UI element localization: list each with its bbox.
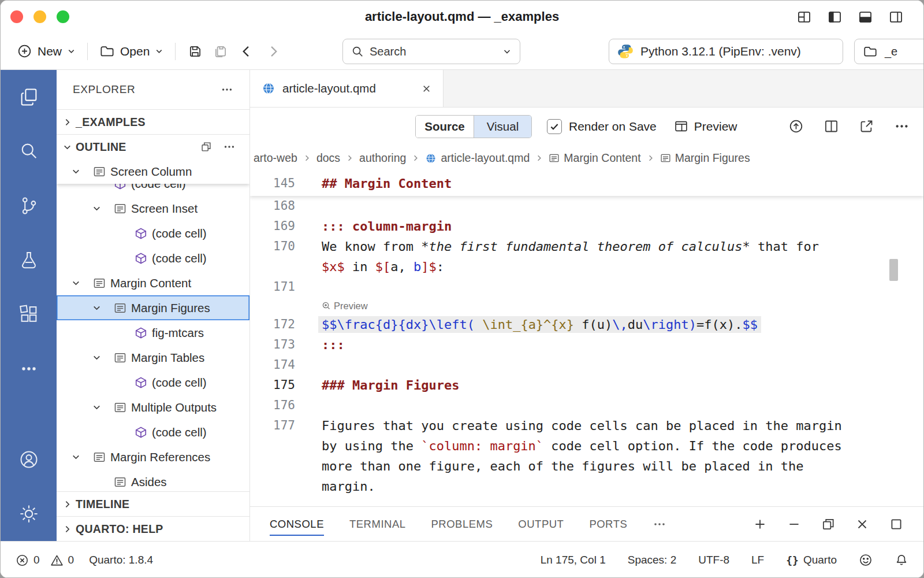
chevron-down-icon[interactable] (71, 452, 88, 462)
preview-codelens[interactable]: Preview (250, 297, 898, 314)
section-timeline[interactable]: TIMELINE (57, 491, 249, 516)
code-line[interactable]: 171 (250, 277, 898, 297)
panel-tab-output[interactable]: OUTPUT (518, 507, 564, 541)
panel-tab-console[interactable]: CONSOLE (270, 507, 324, 541)
customize-layout-icon[interactable] (796, 9, 812, 25)
testing-flask-icon[interactable] (1, 233, 57, 287)
render-circle-up-icon[interactable] (788, 118, 804, 134)
settings-gear-icon[interactable] (1, 487, 57, 541)
code-editor[interactable]: 145 ## Margin Content 168 169 ::: column… (250, 171, 923, 506)
toggle-right-sidebar-icon[interactable] (888, 9, 904, 25)
code-line[interactable]: 174 (250, 355, 898, 375)
outline-item-code-cell[interactable]: (code cell) (57, 420, 249, 444)
code-line[interactable]: 177 Figures that you create using code c… (250, 416, 898, 497)
code-line-current[interactable]: 175 ### Margin Figures (250, 375, 898, 395)
open-button[interactable]: Open (95, 41, 168, 61)
panel-tab-problems[interactable]: PROBLEMS (431, 507, 493, 541)
account-icon[interactable] (1, 432, 57, 487)
source-control-icon[interactable] (1, 179, 57, 233)
outline-item-multiple-outputs[interactable]: Multiple Outputs (57, 395, 249, 420)
section-quarto-help[interactable]: QUARTO: HELP (57, 516, 249, 541)
code-line[interactable]: 176 (250, 395, 898, 416)
preview-button[interactable]: Preview (674, 119, 737, 134)
search-icon[interactable] (1, 124, 57, 179)
outline-item-margin-figures[interactable]: Margin Figures (57, 295, 249, 320)
breadcrumb-item[interactable]: arto-web (254, 151, 297, 165)
panel-tab-terminal[interactable]: TERMINAL (349, 507, 406, 541)
outline-more-icon[interactable] (223, 140, 236, 153)
panel-tab-ports[interactable]: PORTS (589, 507, 627, 541)
forward-icon[interactable] (260, 41, 286, 62)
outline-item-code-cell[interactable]: (code cell) (57, 221, 249, 246)
mode-source-button[interactable]: Source (416, 116, 474, 138)
render-on-save-checkbox[interactable] (547, 119, 562, 134)
workspace-selector[interactable]: _e (854, 39, 924, 64)
close-tab-icon[interactable] (422, 84, 431, 94)
explorer-icon[interactable] (1, 70, 57, 124)
breadcrumb-item-file[interactable]: article-layout.qmd (425, 151, 530, 165)
breadcrumb-item[interactable]: docs (316, 151, 340, 165)
code-line[interactable]: 169 ::: column-margin (250, 216, 898, 236)
chevron-down-icon[interactable] (92, 353, 109, 362)
language-mode-status[interactable]: {} Quarto (786, 554, 837, 566)
restore-panel-icon[interactable] (821, 517, 836, 532)
explorer-more-icon[interactable] (221, 83, 233, 96)
breadcrumb-item[interactable]: authoring (359, 151, 406, 165)
outline-item-fig-mtcars[interactable]: fig-mtcars (57, 320, 249, 345)
chevron-down-icon[interactable] (92, 203, 109, 213)
extensions-icon[interactable] (1, 287, 57, 342)
chevron-down-icon[interactable] (502, 47, 512, 56)
new-console-plus-icon[interactable] (752, 517, 767, 532)
outline-item-asides[interactable]: Asides (57, 469, 249, 491)
close-panel-icon[interactable] (855, 517, 870, 532)
toggle-left-sidebar-icon[interactable] (827, 9, 843, 25)
outline-item-margin-references[interactable]: Margin References (57, 444, 249, 469)
section-examples[interactable]: _EXAMPLES (57, 109, 249, 134)
minimize-window-button[interactable] (33, 10, 46, 23)
code-line[interactable]: 173 ::: (250, 335, 898, 355)
eol-status[interactable]: LF (751, 554, 764, 566)
notifications-bell-icon[interactable] (895, 553, 908, 567)
interpreter-selector[interactable]: Python 3.12.1 (PipEnv: .venv) (609, 39, 843, 64)
more-actions-icon[interactable] (1, 342, 57, 396)
outline-item-code-cell[interactable]: (code cell) (57, 246, 249, 271)
code-line[interactable]: 170 We know from *the first fundamental … (250, 236, 898, 277)
feedback-smiley-icon[interactable] (859, 553, 873, 567)
zoom-window-button[interactable] (57, 10, 69, 23)
split-editor-icon[interactable] (824, 118, 839, 134)
save-icon[interactable] (182, 42, 208, 61)
breadcrumb-item-symbol[interactable]: Margin Figures (660, 151, 750, 165)
maximize-panel-icon[interactable] (889, 517, 904, 532)
open-in-new-window-icon[interactable] (859, 118, 874, 134)
code-line[interactable]: 168 (250, 196, 898, 216)
editor-more-icon[interactable] (894, 118, 910, 134)
close-window-button[interactable] (10, 10, 23, 23)
chevron-down-icon[interactable] (71, 278, 88, 288)
section-outline[interactable]: OUTLINE (57, 134, 249, 159)
save-all-icon[interactable] (208, 42, 233, 61)
minimize-panel-icon[interactable] (787, 517, 802, 532)
chevron-down-icon[interactable] (71, 166, 88, 176)
chevron-down-icon[interactable] (92, 303, 109, 313)
panel-more-icon[interactable] (653, 517, 666, 531)
breadcrumb-item-symbol[interactable]: Margin Content (549, 151, 640, 165)
outline-item-margin-content[interactable]: Margin Content (57, 271, 249, 295)
collapse-all-icon[interactable] (200, 140, 213, 153)
outline-item-margin-tables[interactable]: Margin Tables (57, 345, 249, 370)
code-line-math[interactable]: 172 $$\frac{d}{dx}\left( \int_{a}^{x} f(… (250, 314, 898, 335)
editor-scrollbar-thumb[interactable] (889, 259, 898, 281)
search-box[interactable]: Search (342, 39, 520, 64)
back-icon[interactable] (233, 41, 260, 62)
outline-item-code-cell[interactable]: (code cell) (57, 370, 249, 395)
mode-visual-button[interactable]: Visual (474, 116, 531, 138)
cursor-position-status[interactable]: Ln 175, Col 1 (541, 554, 606, 566)
chevron-down-icon[interactable] (92, 402, 109, 412)
sticky-scroll-line[interactable]: 145 ## Margin Content (250, 171, 923, 196)
new-button[interactable]: New (12, 41, 80, 61)
indentation-status[interactable]: Spaces: 2 (628, 554, 677, 566)
tab-article-layout[interactable]: article-layout.qmd (250, 70, 444, 107)
problems-status[interactable]: 0 0 (16, 554, 74, 567)
quarto-version-status[interactable]: Quarto: 1.8.4 (89, 554, 153, 566)
outline-item-screen-column[interactable]: Screen Column (57, 159, 249, 184)
outline-item-screen-inset[interactable]: Screen Inset (57, 196, 249, 221)
